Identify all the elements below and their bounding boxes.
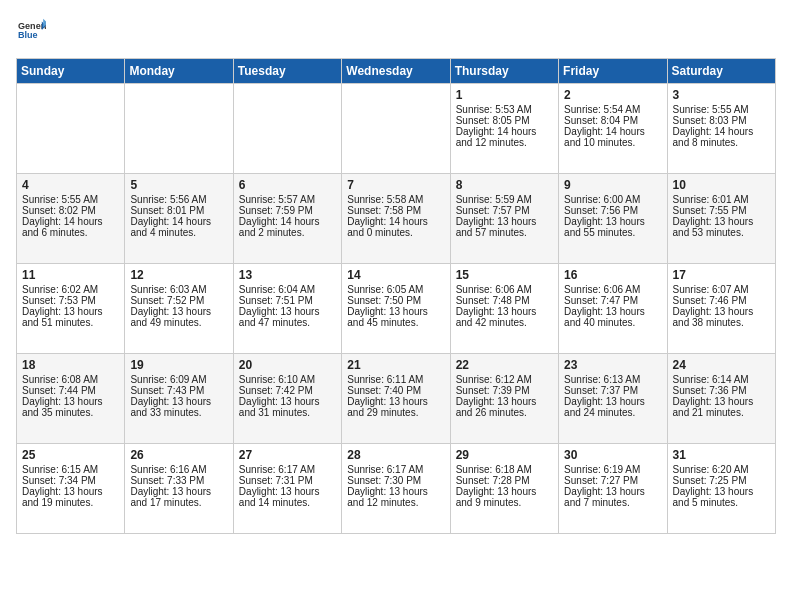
calendar-cell: 22Sunrise: 6:12 AMSunset: 7:39 PMDayligh…	[450, 354, 558, 444]
sunrise-text: Sunrise: 5:59 AM	[456, 194, 553, 205]
sunrise-text: Sunrise: 6:07 AM	[673, 284, 770, 295]
daylight-text: Daylight: 14 hours and 12 minutes.	[456, 126, 553, 148]
sunset-text: Sunset: 7:42 PM	[239, 385, 336, 396]
calendar-cell: 7Sunrise: 5:58 AMSunset: 7:58 PMDaylight…	[342, 174, 450, 264]
daylight-text: Daylight: 13 hours and 53 minutes.	[673, 216, 770, 238]
sunrise-text: Sunrise: 5:57 AM	[239, 194, 336, 205]
calendar-cell: 1Sunrise: 5:53 AMSunset: 8:05 PMDaylight…	[450, 84, 558, 174]
calendar-table: SundayMondayTuesdayWednesdayThursdayFrid…	[16, 58, 776, 534]
daylight-text: Daylight: 13 hours and 29 minutes.	[347, 396, 444, 418]
daylight-text: Daylight: 13 hours and 51 minutes.	[22, 306, 119, 328]
day-number: 20	[239, 358, 336, 372]
sunrise-text: Sunrise: 6:10 AM	[239, 374, 336, 385]
day-number: 16	[564, 268, 661, 282]
day-number: 6	[239, 178, 336, 192]
calendar-cell: 19Sunrise: 6:09 AMSunset: 7:43 PMDayligh…	[125, 354, 233, 444]
sunset-text: Sunset: 7:30 PM	[347, 475, 444, 486]
day-number: 26	[130, 448, 227, 462]
page-header: General Blue	[16, 16, 776, 48]
sunrise-text: Sunrise: 5:55 AM	[673, 104, 770, 115]
daylight-text: Daylight: 13 hours and 40 minutes.	[564, 306, 661, 328]
sunset-text: Sunset: 8:01 PM	[130, 205, 227, 216]
calendar-cell: 17Sunrise: 6:07 AMSunset: 7:46 PMDayligh…	[667, 264, 775, 354]
sunset-text: Sunset: 8:02 PM	[22, 205, 119, 216]
sunrise-text: Sunrise: 6:12 AM	[456, 374, 553, 385]
sunset-text: Sunset: 7:44 PM	[22, 385, 119, 396]
sunset-text: Sunset: 7:36 PM	[673, 385, 770, 396]
calendar-cell: 16Sunrise: 6:06 AMSunset: 7:47 PMDayligh…	[559, 264, 667, 354]
day-number: 22	[456, 358, 553, 372]
sunset-text: Sunset: 8:05 PM	[456, 115, 553, 126]
daylight-text: Daylight: 13 hours and 24 minutes.	[564, 396, 661, 418]
daylight-text: Daylight: 13 hours and 9 minutes.	[456, 486, 553, 508]
calendar-cell: 4Sunrise: 5:55 AMSunset: 8:02 PMDaylight…	[17, 174, 125, 264]
sunrise-text: Sunrise: 6:17 AM	[347, 464, 444, 475]
daylight-text: Daylight: 13 hours and 14 minutes.	[239, 486, 336, 508]
daylight-text: Daylight: 13 hours and 47 minutes.	[239, 306, 336, 328]
calendar-cell: 14Sunrise: 6:05 AMSunset: 7:50 PMDayligh…	[342, 264, 450, 354]
day-number: 17	[673, 268, 770, 282]
calendar-cell	[233, 84, 341, 174]
daylight-text: Daylight: 13 hours and 31 minutes.	[239, 396, 336, 418]
sunset-text: Sunset: 8:03 PM	[673, 115, 770, 126]
sunset-text: Sunset: 7:31 PM	[239, 475, 336, 486]
sunrise-text: Sunrise: 6:03 AM	[130, 284, 227, 295]
sunrise-text: Sunrise: 6:05 AM	[347, 284, 444, 295]
daylight-text: Daylight: 13 hours and 19 minutes.	[22, 486, 119, 508]
day-number: 25	[22, 448, 119, 462]
calendar-cell	[17, 84, 125, 174]
day-of-week-header: Sunday	[17, 59, 125, 84]
day-number: 1	[456, 88, 553, 102]
daylight-text: Daylight: 13 hours and 21 minutes.	[673, 396, 770, 418]
day-number: 18	[22, 358, 119, 372]
daylight-text: Daylight: 14 hours and 0 minutes.	[347, 216, 444, 238]
day-of-week-header: Wednesday	[342, 59, 450, 84]
sunset-text: Sunset: 7:59 PM	[239, 205, 336, 216]
sunrise-text: Sunrise: 6:18 AM	[456, 464, 553, 475]
daylight-text: Daylight: 14 hours and 4 minutes.	[130, 216, 227, 238]
sunset-text: Sunset: 7:37 PM	[564, 385, 661, 396]
sunrise-text: Sunrise: 6:08 AM	[22, 374, 119, 385]
daylight-text: Daylight: 13 hours and 17 minutes.	[130, 486, 227, 508]
sunrise-text: Sunrise: 5:58 AM	[347, 194, 444, 205]
day-number: 24	[673, 358, 770, 372]
calendar-cell	[125, 84, 233, 174]
day-number: 30	[564, 448, 661, 462]
daylight-text: Daylight: 13 hours and 42 minutes.	[456, 306, 553, 328]
daylight-text: Daylight: 13 hours and 38 minutes.	[673, 306, 770, 328]
daylight-text: Daylight: 13 hours and 5 minutes.	[673, 486, 770, 508]
daylight-text: Daylight: 13 hours and 55 minutes.	[564, 216, 661, 238]
day-of-week-header: Monday	[125, 59, 233, 84]
day-number: 19	[130, 358, 227, 372]
day-number: 23	[564, 358, 661, 372]
calendar-cell: 20Sunrise: 6:10 AMSunset: 7:42 PMDayligh…	[233, 354, 341, 444]
sunset-text: Sunset: 7:48 PM	[456, 295, 553, 306]
daylight-text: Daylight: 13 hours and 33 minutes.	[130, 396, 227, 418]
day-number: 21	[347, 358, 444, 372]
sunset-text: Sunset: 7:58 PM	[347, 205, 444, 216]
daylight-text: Daylight: 13 hours and 35 minutes.	[22, 396, 119, 418]
sunset-text: Sunset: 7:53 PM	[22, 295, 119, 306]
sunrise-text: Sunrise: 6:04 AM	[239, 284, 336, 295]
sunset-text: Sunset: 7:25 PM	[673, 475, 770, 486]
sunrise-text: Sunrise: 6:02 AM	[22, 284, 119, 295]
daylight-text: Daylight: 13 hours and 57 minutes.	[456, 216, 553, 238]
logo-icon: General Blue	[18, 16, 46, 44]
day-of-week-header: Saturday	[667, 59, 775, 84]
calendar-cell: 12Sunrise: 6:03 AMSunset: 7:52 PMDayligh…	[125, 264, 233, 354]
sunrise-text: Sunrise: 6:06 AM	[564, 284, 661, 295]
sunrise-text: Sunrise: 6:01 AM	[673, 194, 770, 205]
daylight-text: Daylight: 13 hours and 26 minutes.	[456, 396, 553, 418]
day-number: 14	[347, 268, 444, 282]
day-number: 12	[130, 268, 227, 282]
day-number: 8	[456, 178, 553, 192]
sunset-text: Sunset: 7:47 PM	[564, 295, 661, 306]
daylight-text: Daylight: 13 hours and 45 minutes.	[347, 306, 444, 328]
sunset-text: Sunset: 7:27 PM	[564, 475, 661, 486]
day-number: 10	[673, 178, 770, 192]
calendar-cell: 28Sunrise: 6:17 AMSunset: 7:30 PMDayligh…	[342, 444, 450, 534]
sunset-text: Sunset: 7:51 PM	[239, 295, 336, 306]
sunset-text: Sunset: 7:28 PM	[456, 475, 553, 486]
day-number: 7	[347, 178, 444, 192]
sunset-text: Sunset: 7:33 PM	[130, 475, 227, 486]
